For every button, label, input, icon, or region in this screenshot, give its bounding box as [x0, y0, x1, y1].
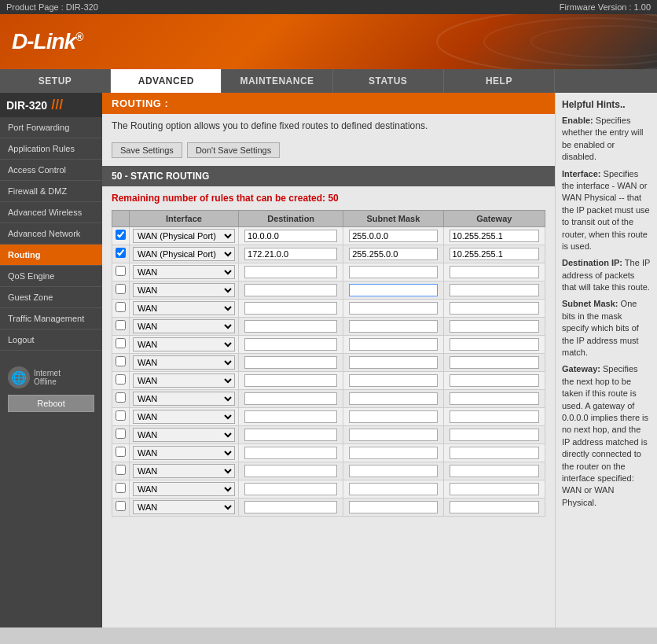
tab-maintenance[interactable]: MAINTENANCE: [222, 69, 332, 93]
row-interface-select[interactable]: WANWAN (Physical Port): [133, 446, 235, 460]
row-gateway-input[interactable]: [450, 302, 539, 315]
sidebar-item-traffic-management[interactable]: Traffic Management: [0, 308, 102, 329]
row-subnet-input[interactable]: [349, 374, 437, 387]
row-interface-select[interactable]: WANWAN (Physical Port): [133, 410, 235, 424]
row-gateway-input[interactable]: [450, 338, 539, 351]
row-destination-input[interactable]: [244, 501, 337, 513]
row-interface-select[interactable]: WANWAN (Physical Port): [133, 247, 235, 261]
row-subnet-input[interactable]: [349, 447, 437, 459]
row-subnet-input[interactable]: [349, 392, 437, 405]
row-enable-checkbox[interactable]: [116, 248, 126, 258]
row-interface-select[interactable]: WANWAN (Physical Port): [133, 374, 235, 388]
row-gateway-input[interactable]: [450, 320, 539, 333]
row-gateway-input[interactable]: [450, 392, 539, 405]
row-destination-input[interactable]: [244, 410, 337, 423]
row-interface-select[interactable]: WANWAN (Physical Port): [133, 355, 235, 370]
row-subnet-input[interactable]: [349, 302, 437, 315]
row-enable-checkbox[interactable]: [116, 447, 126, 457]
row-destination-input[interactable]: [244, 447, 337, 459]
row-subnet-input[interactable]: [349, 356, 437, 369]
row-enable-checkbox[interactable]: [116, 230, 126, 240]
reboot-button[interactable]: Reboot: [8, 395, 94, 412]
row-destination-input[interactable]: [244, 284, 337, 296]
sidebar-item-logout[interactable]: Logout: [0, 329, 102, 351]
row-destination-input[interactable]: [244, 356, 337, 369]
row-interface-select[interactable]: WANWAN (Physical Port): [133, 464, 235, 478]
row-gateway-input[interactable]: [450, 266, 539, 278]
row-destination-input[interactable]: [244, 320, 337, 333]
row-gateway-input[interactable]: [450, 230, 539, 242]
row-enable-checkbox[interactable]: [116, 374, 126, 385]
row-destination-input[interactable]: [244, 429, 337, 441]
row-subnet-input[interactable]: [349, 230, 437, 242]
row-enable-checkbox[interactable]: [116, 302, 126, 312]
row-interface-select[interactable]: WANWAN (Physical Port): [133, 500, 235, 514]
row-gateway-input[interactable]: [450, 447, 539, 459]
help-hint: Interface: Specifies the interface - WAN…: [562, 168, 651, 253]
row-enable-checkbox[interactable]: [116, 410, 126, 421]
row-destination-input[interactable]: [244, 465, 337, 477]
row-subnet-input[interactable]: [349, 410, 437, 423]
row-subnet-input[interactable]: [349, 320, 437, 333]
row-destination-input[interactable]: [244, 266, 337, 278]
row-destination-input[interactable]: [244, 374, 337, 387]
sidebar-item-advanced-network[interactable]: Advanced Network: [0, 223, 102, 245]
row-interface-select[interactable]: WANWAN (Physical Port): [133, 428, 235, 442]
row-subnet-input[interactable]: [349, 284, 437, 296]
sidebar-item-guest-zone[interactable]: Guest Zone: [0, 287, 102, 308]
row-interface-select[interactable]: WANWAN (Physical Port): [133, 265, 235, 279]
row-enable-checkbox[interactable]: [116, 392, 126, 403]
row-enable-checkbox[interactable]: [116, 338, 126, 348]
row-enable-checkbox[interactable]: [116, 356, 126, 366]
row-destination-input[interactable]: [244, 483, 337, 495]
row-enable-checkbox[interactable]: [116, 266, 126, 276]
row-gateway-input[interactable]: [450, 429, 539, 441]
row-enable-checkbox[interactable]: [116, 320, 126, 330]
tab-setup[interactable]: SETUP: [0, 69, 111, 93]
sidebar-item-routing[interactable]: Routing: [0, 245, 102, 266]
dont-save-settings-button[interactable]: Don't Save Settings: [187, 142, 280, 158]
row-gateway-input[interactable]: [450, 501, 539, 513]
row-subnet-input[interactable]: [349, 429, 437, 441]
row-destination-input[interactable]: [244, 302, 337, 315]
row-interface-select[interactable]: WANWAN (Physical Port): [133, 337, 235, 351]
row-destination-input[interactable]: [244, 230, 337, 242]
sidebar-item-qos-engine[interactable]: QoS Engine: [0, 266, 102, 287]
row-enable-checkbox[interactable]: [116, 465, 126, 475]
row-enable-checkbox[interactable]: [116, 483, 126, 493]
row-destination-input[interactable]: [244, 392, 337, 405]
row-interface-select[interactable]: WANWAN (Physical Port): [133, 392, 235, 406]
tab-help[interactable]: HELP: [444, 69, 555, 93]
sidebar-item-application-rules[interactable]: Application Rules: [0, 138, 102, 160]
row-enable-checkbox[interactable]: [116, 284, 126, 294]
row-gateway-input[interactable]: [450, 465, 539, 477]
sidebar-item-advanced-wireless[interactable]: Advanced Wireless: [0, 202, 102, 223]
row-subnet-input[interactable]: [349, 266, 437, 278]
row-destination-input[interactable]: [244, 338, 337, 351]
sidebar-item-port-forwarding[interactable]: Port Forwarding: [0, 117, 102, 138]
row-interface-select[interactable]: WANWAN (Physical Port): [133, 229, 235, 243]
row-gateway-input[interactable]: [450, 284, 539, 296]
row-enable-checkbox[interactable]: [116, 501, 126, 511]
tab-status[interactable]: STATUS: [333, 69, 444, 93]
row-interface-select[interactable]: WANWAN (Physical Port): [133, 283, 235, 297]
row-subnet-input[interactable]: [349, 501, 437, 513]
row-subnet-input[interactable]: [349, 483, 437, 495]
row-enable-checkbox[interactable]: [116, 429, 126, 439]
row-gateway-input[interactable]: [450, 483, 539, 495]
save-settings-button[interactable]: Save Settings: [112, 142, 182, 158]
row-interface-select[interactable]: WANWAN (Physical Port): [133, 482, 235, 496]
row-destination-input[interactable]: [244, 248, 337, 260]
tab-advanced[interactable]: ADVANCED: [111, 69, 222, 93]
row-gateway-input[interactable]: [450, 374, 539, 387]
row-gateway-input[interactable]: [450, 356, 539, 369]
sidebar-item-firewall-dmz[interactable]: Firewall & DMZ: [0, 181, 102, 202]
row-subnet-input[interactable]: [349, 338, 437, 351]
row-gateway-input[interactable]: [450, 410, 539, 423]
sidebar-item-access-control[interactable]: Access Control: [0, 160, 102, 181]
row-interface-select[interactable]: WANWAN (Physical Port): [133, 301, 235, 315]
row-gateway-input[interactable]: [450, 248, 539, 260]
row-subnet-input[interactable]: [349, 248, 437, 260]
row-subnet-input[interactable]: [349, 465, 437, 477]
row-interface-select[interactable]: WANWAN (Physical Port): [133, 319, 235, 333]
